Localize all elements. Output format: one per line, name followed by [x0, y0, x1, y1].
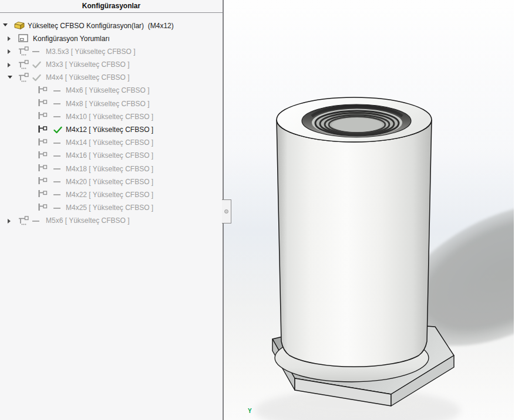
configurations-panel: Konfigürasyonlar Yükselteç CFBSO Konfigü… — [0, 0, 224, 420]
dash-icon — [32, 221, 39, 222]
tree-item-label: M4x4 [ Yükselteç CFBSO ] — [46, 73, 130, 82]
derived-config-icon — [38, 164, 49, 174]
dash-icon — [53, 155, 60, 157]
tree-item-label: Konfigürasyon Yorumları — [33, 35, 110, 43]
panel-title: Konfigürasyonlar — [0, 0, 223, 13]
tree-item-label: M4x18 [ Yükselteç CFBSO ] — [66, 165, 153, 173]
tree-item-label: M4x6 [ Yükselteç CFBSO ] — [66, 86, 150, 94]
tree-item[interactable]: M3x3 [ Yükselteç CFBSO ] — [0, 59, 223, 72]
tree-item-label: M4x12 [ Yükselteç CFBSO ] — [66, 126, 153, 134]
collapse-arrow-icon[interactable] — [3, 23, 8, 26]
config-tree: Yükselteç CFBSO Konfigürasyon(lar) (M4x1… — [0, 13, 223, 228]
tree-item[interactable]: M4x6 [ Yükselteç CFBSO ] — [0, 84, 223, 97]
dash-icon — [53, 208, 60, 209]
dash-icon — [32, 51, 39, 52]
active-check-icon — [53, 126, 62, 134]
tree-item-label: M5x6 [ Yükselteç CFBSO ] — [46, 216, 130, 225]
tree-item[interactable]: M4x22 [ Yükselteç CFBSO ] — [0, 188, 223, 201]
cylinder-body — [277, 120, 432, 367]
solidworks-window: Konfigürasyonlar Yükselteç CFBSO Konfigü… — [0, 0, 515, 420]
tree-item[interactable]: M4x8 [ Yükselteç CFBSO ] — [0, 97, 223, 110]
tree-item-label: M4x14 [ Yükselteç CFBSO ] — [66, 138, 153, 147]
derived-config-icon — [38, 189, 49, 200]
dash-icon — [53, 103, 60, 104]
derived-config-icon — [38, 151, 49, 161]
tree-item[interactable]: M4x12 [ Yükselteç CFBSO ] — [0, 124, 223, 137]
tree-item[interactable]: M3.5x3 [ Yükselteç CFBSO ] — [0, 45, 223, 58]
splitter-grip-icon — [224, 209, 228, 214]
comments-folder-icon — [18, 33, 30, 44]
model-standoff — [224, 0, 514, 420]
derived-config-icon — [38, 111, 49, 122]
tree-item[interactable]: M4x20 [ Yükselteç CFBSO ] — [0, 175, 223, 188]
tree-item[interactable]: M4x18 [ Yükselteç CFBSO ] — [0, 162, 223, 175]
tree-item-label: M3x3 [ Yükselteç CFBSO ] — [46, 60, 130, 69]
derived-config-icon — [38, 86, 49, 96]
tree-item[interactable]: M5x6 [ Yükselteç CFBSO ] — [0, 215, 223, 228]
dash-icon — [53, 194, 60, 195]
tree-item-label: M4x22 [ Yükselteç CFBSO ] — [66, 191, 153, 199]
derived-config-icon — [38, 99, 49, 109]
dash-icon — [53, 116, 60, 117]
expand-arrow-icon[interactable] — [8, 219, 11, 223]
tree-item[interactable]: Konfigürasyon Yorumları — [0, 32, 223, 45]
derived-config-icon — [38, 125, 49, 136]
collapse-arrow-icon[interactable] — [8, 76, 12, 79]
dash-icon — [53, 90, 60, 92]
tree-item-label: M4x8 [ Yükselteç CFBSO ] — [66, 100, 150, 108]
derived-config-icon — [38, 138, 49, 148]
panel-splitter[interactable] — [222, 199, 231, 223]
derived-config-icon — [38, 203, 49, 214]
check-icon — [32, 61, 41, 69]
part-icon — [14, 21, 25, 31]
tree-item-label: M4x16 [ Yükselteç CFBSO ] — [66, 151, 153, 160]
config-table-icon — [18, 73, 30, 83]
tree-item[interactable]: M4x4 [ Yükselteç CFBSO ] — [0, 72, 223, 84]
viewport-3d[interactable]: Y — [224, 0, 515, 420]
dash-icon — [53, 143, 60, 144]
tree-item[interactable]: M4x10 [ Yükselteç CFBSO ] — [0, 110, 223, 123]
tree-item-label: M4x10 [ Yükselteç CFBSO ] — [66, 113, 153, 121]
dash-icon — [53, 181, 60, 182]
expand-arrow-icon[interactable] — [8, 49, 11, 54]
config-table-icon — [18, 216, 30, 226]
tree-item-label: M4x25 [ Yükselteç CFBSO ] — [66, 204, 153, 212]
config-table-icon — [18, 60, 30, 70]
config-table-icon — [18, 46, 30, 57]
tree-item-label: Yükselteç CFBSO Konfigürasyon(lar) (M4x1… — [28, 22, 174, 30]
tree-item[interactable]: M4x25 [ Yükselteç CFBSO ] — [0, 202, 223, 215]
tree-item[interactable]: M4x14 [ Yükselteç CFBSO ] — [0, 137, 223, 150]
expand-arrow-icon[interactable] — [8, 36, 11, 41]
expand-arrow-icon[interactable] — [8, 63, 11, 67]
tree-item-label: M4x20 [ Yükselteç CFBSO ] — [66, 178, 153, 186]
y-axis-label: Y — [248, 408, 252, 414]
check-icon — [32, 74, 41, 82]
tree-item-label: M3.5x3 [ Yükselteç CFBSO ] — [46, 48, 136, 56]
tree-item[interactable]: M4x16 [ Yükselteç CFBSO ] — [0, 150, 223, 162]
derived-config-icon — [38, 177, 49, 187]
tree-item[interactable]: Yükselteç CFBSO Konfigürasyon(lar) (M4x1… — [0, 19, 223, 32]
dash-icon — [53, 168, 60, 170]
threaded-hole — [302, 104, 411, 137]
